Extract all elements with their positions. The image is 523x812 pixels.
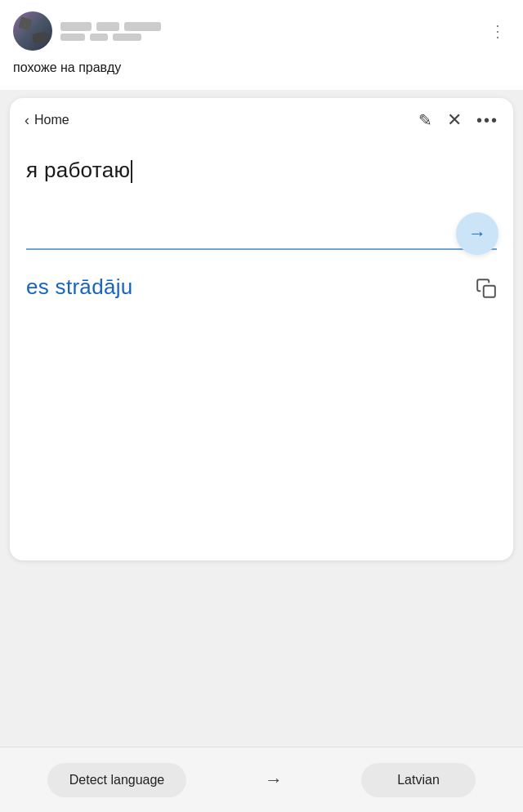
output-area: es strādāju <box>10 250 513 332</box>
home-label: Home <box>34 113 69 127</box>
post-header: ⋮ <box>13 11 510 51</box>
user-name-block <box>60 22 161 41</box>
edit-icon[interactable]: ✎ <box>418 110 432 130</box>
translator-spacer <box>10 332 513 560</box>
chevron-left-icon: ‹ <box>25 112 29 129</box>
input-area: я работаю → <box>10 141 513 239</box>
name-blob <box>96 22 119 31</box>
copy-icon[interactable] <box>476 278 497 304</box>
header-actions: ✎ ✕ ••• <box>418 109 498 131</box>
post-text: похоже на правду <box>13 57 510 80</box>
translator-card: ‹ Home ✎ ✕ ••• я работаю → es strādāju <box>10 98 513 560</box>
user-name-line-2 <box>60 33 161 41</box>
close-icon[interactable]: ✕ <box>447 109 462 131</box>
bottom-language-bar: Detect language → Latvian <box>0 747 523 812</box>
post-more-icon[interactable]: ⋮ <box>486 21 510 41</box>
source-text-value: я работаю <box>26 158 130 182</box>
translate-button[interactable]: → <box>456 212 498 255</box>
avatar <box>13 11 52 51</box>
target-language-button[interactable]: Latvian <box>361 763 476 797</box>
name-blob <box>60 22 92 31</box>
name-blob-small <box>90 33 108 41</box>
language-arrow-icon: → <box>265 770 283 791</box>
back-button[interactable]: ‹ Home <box>25 112 69 129</box>
text-cursor <box>131 160 132 183</box>
svg-rect-0 <box>484 285 495 297</box>
source-text[interactable]: я работаю <box>26 157 497 185</box>
user-name-line-1 <box>60 22 161 31</box>
source-language-button[interactable]: Detect language <box>47 763 186 797</box>
translator-header: ‹ Home ✎ ✕ ••• <box>10 98 513 141</box>
name-blob-small <box>113 33 141 41</box>
name-blob <box>124 22 161 31</box>
post-user-info <box>13 11 161 51</box>
translated-text: es strādāju <box>26 274 476 300</box>
more-options-icon[interactable]: ••• <box>476 111 498 130</box>
name-blob-small <box>60 33 85 41</box>
post-container: ⋮ похоже на правду <box>0 0 523 90</box>
